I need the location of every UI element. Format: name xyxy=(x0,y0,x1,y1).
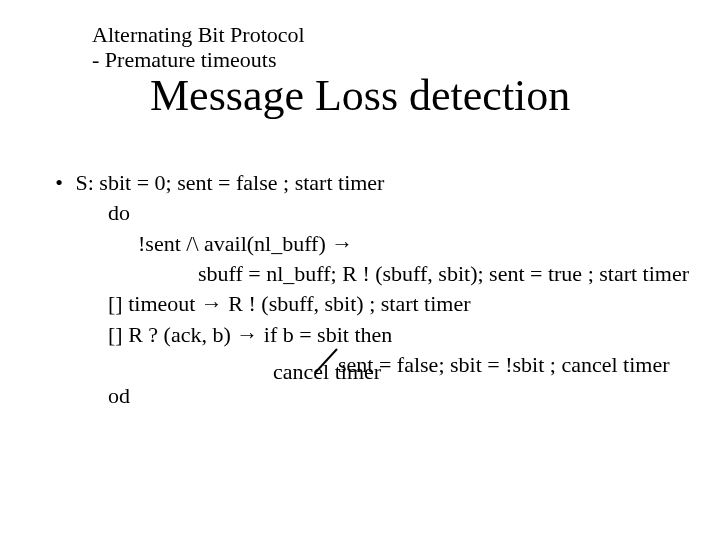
slide: Alternating Bit Protocol - Premature tim… xyxy=(0,0,720,540)
line-do: do xyxy=(108,198,689,228)
code-text: od xyxy=(108,383,130,408)
code-text: sbuff = nl_buff; R ! (sbuff, sbit); sent… xyxy=(198,261,582,286)
line-ack: [] R ? (ack, b) → if b = sbit then xyxy=(108,320,689,350)
line-od: od xyxy=(108,381,689,411)
code-text: [] R ? (ack, b) → if b = sbit then xyxy=(108,322,392,347)
annotation-start-timer: ; start timer xyxy=(582,261,689,286)
line-timeout: [] timeout → R ! (sbuff, sbit) ; start t… xyxy=(108,289,689,319)
annotation-start-timer: ; start timer xyxy=(364,291,471,316)
line-s-init: • S: sbit = 0; sent = false ; start time… xyxy=(48,168,689,198)
annotation-start-timer: ; start timer xyxy=(278,170,385,195)
annotation-cancel-timer-lower: cancel timer xyxy=(273,357,381,387)
annotation-cancel-timer: ; cancel timer xyxy=(544,352,669,377)
slide-title: Message Loss detection xyxy=(150,72,570,120)
slide-header: Alternating Bit Protocol - Premature tim… xyxy=(92,22,305,73)
line-sbuff-assign: sbuff = nl_buff; R ! (sbuff, sbit); sent… xyxy=(198,259,689,289)
code-text: S: sbit = 0; sent = false xyxy=(76,170,278,195)
code-text: !sent /\ avail(nl_buff) → xyxy=(138,231,353,256)
line-guard-sent: !sent /\ avail(nl_buff) → xyxy=(138,229,689,259)
code-text: [] timeout → R ! (sbuff, sbit) xyxy=(108,291,364,316)
code-text: do xyxy=(108,200,130,225)
header-line-1: Alternating Bit Protocol xyxy=(92,22,305,47)
header-line-2: - Premature timeouts xyxy=(92,47,305,72)
bullet-icon: • xyxy=(48,168,70,198)
slide-body: • S: sbit = 0; sent = false ; start time… xyxy=(48,168,689,411)
line-sent-false: sent = false; sbit = !sbit ; cancel time… xyxy=(338,350,689,380)
